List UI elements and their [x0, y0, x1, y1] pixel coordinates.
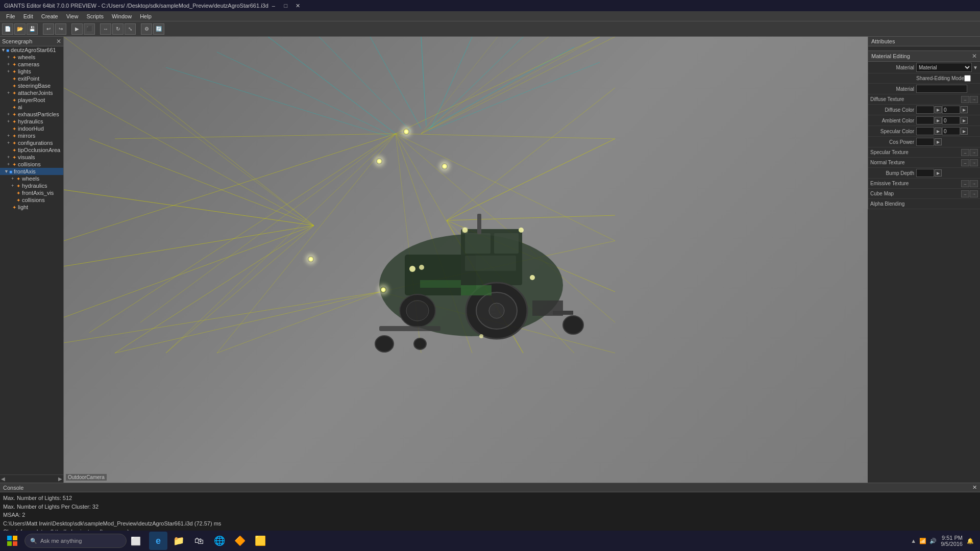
tree-item-tipOcclusionArea[interactable]: ✦ tipOcclusionArea	[0, 146, 63, 154]
tb-undo[interactable]: ↩	[43, 23, 54, 35]
console-close[interactable]: ✕	[972, 484, 977, 491]
ambient-color-input[interactable]: 0	[916, 116, 934, 124]
tree-item-deutzAgroStar661[interactable]: ▼ ■ deutzAgroStar661	[0, 46, 63, 54]
cos-power-input[interactable]: 20	[916, 138, 934, 146]
start-button[interactable]	[2, 532, 22, 550]
tb-settings[interactable]: ⚙	[141, 23, 152, 35]
material-select[interactable]: Material	[916, 63, 972, 72]
tree-item-collisions[interactable]: + ✦ collisions	[0, 161, 63, 168]
menu-edit[interactable]: Edit	[19, 12, 37, 20]
tb-stop[interactable]: ⬛	[84, 23, 95, 35]
material-editing-panel: Material Editing ✕ Material Material ▼ S…	[868, 51, 980, 209]
menu-scripts[interactable]: Scripts	[82, 12, 108, 20]
diffuse-texture-arrow[interactable]: →	[970, 96, 978, 103]
specular-color-picker[interactable]: ▶	[935, 128, 942, 135]
tb-open[interactable]: 📂	[14, 23, 26, 35]
tree-item-wheels2[interactable]: + ✦ wheels	[0, 175, 63, 182]
app-title: GIANTS Editor 64bit 7.0.0 PREVIEW - C:/U…	[4, 3, 268, 9]
tb-save[interactable]: 💾	[27, 23, 38, 35]
tb-rotate[interactable]: ↻	[112, 23, 124, 35]
cos-power-arrow[interactable]: ▶	[935, 138, 942, 145]
tree-item-lights[interactable]: + ✦ lights	[0, 68, 63, 75]
scenegraph-close[interactable]: ✕	[56, 38, 61, 45]
tree-item-attacherJoints[interactable]: + ✦ attacherJoints	[0, 89, 63, 96]
tb-play[interactable]: ▶	[71, 23, 83, 35]
chrome-icon[interactable]: 🌐	[210, 532, 229, 550]
menu-view[interactable]: View	[62, 12, 83, 20]
ambient-color-picker2[interactable]: ▶	[961, 117, 968, 124]
tray-arrow[interactable]: ▲	[911, 538, 916, 544]
tree-item-indoorHud[interactable]: ✦ indoorHud	[0, 125, 63, 132]
tree-item-steeringBase[interactable]: ✦ steeringBase	[0, 82, 63, 89]
tree-item-hydraulics2[interactable]: + ✦ hydraulics	[0, 182, 63, 189]
tree-item-visuals[interactable]: + ✦ visuals	[0, 154, 63, 161]
specular-color-input[interactable]: 0	[916, 127, 934, 135]
normal-texture-minus[interactable]: –	[961, 159, 969, 166]
tree-item-light[interactable]: ✦ light	[0, 204, 63, 211]
tree-item-playerRoot[interactable]: ✦ playerRoot	[0, 96, 63, 104]
svg-line-9	[429, 62, 600, 131]
material-editing-close[interactable]: ✕	[972, 53, 977, 60]
scenegraph-tree[interactable]: ▼ ■ deutzAgroStar661 + ✦ wheels + ✦ came…	[0, 46, 63, 474]
menu-create[interactable]: Create	[37, 12, 62, 20]
notification-icon[interactable]: 🔔	[967, 538, 974, 544]
tb-new[interactable]: 📄	[2, 23, 13, 35]
bump-depth-input[interactable]: 0	[916, 169, 934, 177]
normal-texture-arrow[interactable]: →	[970, 159, 978, 166]
material-input-field[interactable]	[916, 85, 967, 93]
specular-color-picker2[interactable]: ▶	[961, 128, 968, 135]
light-icon: ✦	[12, 69, 16, 74]
tree-item-hydraulics[interactable]: + ✦ hydraulics	[0, 118, 63, 125]
tree-item-collisions2[interactable]: ✦ collisions	[0, 196, 63, 204]
menu-help[interactable]: Help	[136, 12, 156, 20]
specular-texture-minus[interactable]: –	[961, 149, 969, 156]
emissive-texture-arrow[interactable]: →	[970, 180, 978, 187]
tree-item-ai[interactable]: ✦ ai	[0, 104, 63, 111]
diffuse-color-picker2[interactable]: ▶	[961, 106, 968, 113]
task-view-button[interactable]: ⬜	[127, 532, 145, 550]
bump-depth-arrow[interactable]: ▶	[935, 169, 942, 177]
tree-item-exitPoint[interactable]: ✦ exitPoint	[0, 75, 63, 82]
tree-item-frontAxis[interactable]: ▼ ■ frontAxis	[0, 168, 63, 175]
store-icon[interactable]: 🛍	[190, 532, 208, 550]
specular-color-input2[interactable]	[942, 127, 960, 135]
ambient-color-picker[interactable]: ▶	[935, 117, 942, 124]
node-icon: ✦	[16, 190, 20, 196]
clock[interactable]: 9:51 PM 9/5/2016	[941, 535, 963, 547]
tree-item-wheels[interactable]: + ✦ wheels	[0, 54, 63, 61]
diffuse-texture-minus[interactable]: –	[961, 96, 969, 103]
diffuse-texture-label: Diffuse Texture	[870, 96, 961, 102]
blender-icon[interactable]: 🔶	[231, 532, 249, 550]
tree-item-exhaustParticles[interactable]: + ✦ exhaustParticles	[0, 111, 63, 118]
tb-refresh[interactable]: 🔄	[153, 23, 164, 35]
tree-item-frontAxis-vis[interactable]: ✦ frontAxis_vis	[0, 189, 63, 196]
edge-icon[interactable]: e	[149, 532, 167, 550]
folder-icon[interactable]: 📁	[169, 532, 188, 550]
diffuse-color-input2[interactable]	[942, 106, 960, 114]
tree-scroll-left[interactable]: ◀	[1, 476, 5, 482]
tree-item-mirrors[interactable]: + ✦ mirrors	[0, 132, 63, 139]
extra-app-icon[interactable]: 🟨	[251, 532, 270, 550]
shared-editing-checkbox[interactable]	[964, 75, 971, 82]
cube-map-arrow[interactable]: →	[970, 190, 978, 197]
viewport[interactable]: OutdoorCamera	[64, 37, 868, 483]
svg-point-55	[489, 303, 504, 318]
tb-scale[interactable]: ⤡	[125, 23, 136, 35]
diffuse-color-input[interactable]: 0	[916, 106, 934, 114]
minimize-button[interactable]: –	[268, 2, 279, 10]
emissive-texture-minus[interactable]: –	[961, 180, 969, 187]
taskbar-search[interactable]: 🔍 Ask me anything	[24, 534, 127, 548]
cube-map-minus[interactable]: –	[961, 190, 969, 197]
specular-texture-arrow[interactable]: →	[970, 149, 978, 156]
tree-item-configurations[interactable]: + ✦ configurations	[0, 139, 63, 146]
menu-file[interactable]: File	[2, 12, 19, 20]
diffuse-color-picker[interactable]: ▶	[935, 106, 942, 113]
ambient-color-input2[interactable]	[942, 116, 960, 124]
maximize-button[interactable]: □	[281, 2, 291, 10]
menu-window[interactable]: Window	[108, 12, 136, 20]
close-button[interactable]: ✕	[293, 2, 303, 10]
tree-item-cameras[interactable]: + ✦ cameras	[0, 61, 63, 68]
tb-redo[interactable]: ↪	[55, 23, 66, 35]
tree-scroll-right[interactable]: ▶	[58, 476, 62, 482]
tb-translate[interactable]: ↔	[100, 23, 111, 35]
